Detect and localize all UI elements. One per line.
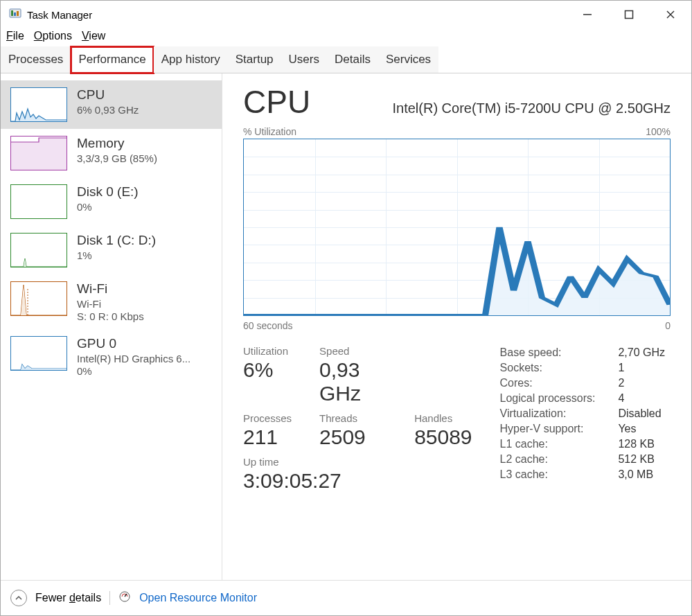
sidebar-item-subtitle2: S: 0 R: 0 Kbps	[77, 310, 144, 322]
open-resource-monitor-link[interactable]: Open Resource Monitor	[139, 592, 257, 604]
close-button[interactable]	[650, 1, 691, 28]
tab-details[interactable]: Details	[327, 46, 378, 73]
spec-row: L3 cache:3,0 MB	[500, 467, 671, 482]
sidebar-item-title: GPU 0	[77, 336, 190, 351]
svg-rect-5	[626, 11, 633, 19]
chart-top-left-label: % Utilization	[243, 126, 296, 137]
sidebar-item-disk-1-c-d-[interactable]: Disk 1 (C: D:)1%	[1, 226, 222, 274]
stat-handles: Handles85089	[414, 412, 472, 449]
sidebar: CPU6% 0,93 GHzMemory3,3/3,9 GB (85%)Disk…	[1, 73, 222, 580]
svg-rect-2	[14, 12, 16, 16]
sidebar-item-title: CPU	[77, 87, 139, 103]
divider-icon	[109, 591, 110, 605]
sidebar-item-subtitle: 0%	[77, 201, 139, 213]
sidebar-item-title: Disk 1 (C: D:)	[77, 233, 156, 248]
chevron-up-icon[interactable]	[10, 590, 27, 606]
sidebar-item-subtitle: 1%	[77, 249, 156, 261]
stat-processes: Processes211	[243, 412, 292, 449]
svg-rect-1	[11, 10, 13, 16]
mem-thumbnail	[10, 136, 67, 170]
cpu-thumbnail	[10, 87, 67, 122]
tab-app-history[interactable]: App history	[154, 46, 228, 73]
spec-row: L2 cache:512 KB	[500, 452, 671, 467]
maximize-button[interactable]	[608, 1, 650, 28]
sidebar-item-title: Memory	[77, 136, 157, 151]
stat-threads: Threads2509	[319, 412, 387, 449]
main-panel: CPU Intel(R) Core(TM) i5-7200U CPU @ 2.5…	[222, 73, 691, 580]
disk1-thumbnail	[10, 233, 67, 267]
tab-processes[interactable]: Processes	[1, 46, 71, 73]
tab-users[interactable]: Users	[281, 46, 327, 73]
tab-performance[interactable]: Performance	[71, 46, 153, 73]
svg-rect-3	[17, 11, 19, 16]
spec-row: Virtualization:Disabled	[500, 406, 671, 421]
title-bar: Task Manager	[1, 1, 691, 28]
chart-bottom-right-label: 0	[665, 320, 671, 331]
sidebar-item-gpu-0[interactable]: GPU 0Intel(R) HD Graphics 6...0%	[1, 329, 222, 384]
sidebar-item-subtitle2: 0%	[77, 365, 190, 377]
chart-bottom-left-label: 60 seconds	[243, 320, 293, 331]
spec-row: Cores:2	[500, 376, 671, 391]
spec-row: Hyper-V support:Yes	[500, 421, 671, 437]
footer: Fewer details Open Resource Monitor	[1, 580, 691, 615]
stat-utilization: Utilization6%	[243, 345, 292, 405]
cpu-utilization-chart	[243, 139, 671, 316]
menu-options[interactable]: Options	[34, 30, 72, 42]
menu-bar: FileOptionsView	[1, 28, 691, 46]
tabs: ProcessesPerformanceApp historyStartupUs…	[1, 46, 691, 73]
sidebar-item-title: Wi-Fi	[77, 281, 144, 297]
main-title: CPU	[243, 83, 310, 121]
sidebar-item-subtitle: 3,3/3,9 GB (85%)	[77, 152, 157, 164]
disk0-thumbnail	[10, 184, 67, 219]
sidebar-item-subtitle: Wi-Fi	[77, 298, 144, 310]
menu-view[interactable]: View	[82, 30, 105, 42]
tab-startup[interactable]: Startup	[228, 46, 281, 73]
window-title: Task Manager	[27, 9, 92, 21]
stat-uptime: Up time3:09:05:27	[243, 456, 472, 493]
wifi-thumbnail	[10, 281, 67, 316]
sidebar-item-memory[interactable]: Memory3,3/3,9 GB (85%)	[1, 129, 222, 177]
fewer-details-link[interactable]: Fewer details	[35, 592, 101, 604]
spec-row: Base speed:2,70 GHz	[500, 345, 671, 360]
stat-speed: Speed0,93 GHz	[319, 345, 387, 405]
chart-top-right-label: 100%	[646, 126, 671, 137]
sidebar-item-cpu[interactable]: CPU6% 0,93 GHz	[1, 80, 222, 129]
spec-row: Sockets:1	[500, 360, 671, 376]
task-manager-window: Task Manager FileOptionsView ProcessesPe…	[0, 0, 692, 616]
main-subtitle: Intel(R) Core(TM) i5-7200U CPU @ 2.50GHz	[392, 100, 671, 116]
app-icon	[9, 8, 21, 21]
spec-row: Logical processors:4	[500, 391, 671, 406]
menu-file[interactable]: File	[6, 30, 24, 42]
tab-services[interactable]: Services	[378, 46, 438, 73]
sidebar-item-subtitle: Intel(R) HD Graphics 6...	[77, 353, 190, 364]
sidebar-item-title: Disk 0 (E:)	[77, 184, 139, 200]
gpu-thumbnail	[10, 336, 67, 371]
resource-monitor-icon	[118, 590, 131, 606]
spec-row: L1 cache:128 KB	[500, 437, 671, 452]
cpu-spec-table: Base speed:2,70 GHzSockets:1Cores:2Logic…	[500, 345, 671, 493]
minimize-button[interactable]	[567, 1, 608, 28]
sidebar-item-disk-0-e-[interactable]: Disk 0 (E:)0%	[1, 177, 222, 226]
sidebar-item-wi-fi[interactable]: Wi-FiWi-FiS: 0 R: 0 Kbps	[1, 274, 222, 329]
sidebar-item-subtitle: 6% 0,93 GHz	[77, 104, 139, 116]
